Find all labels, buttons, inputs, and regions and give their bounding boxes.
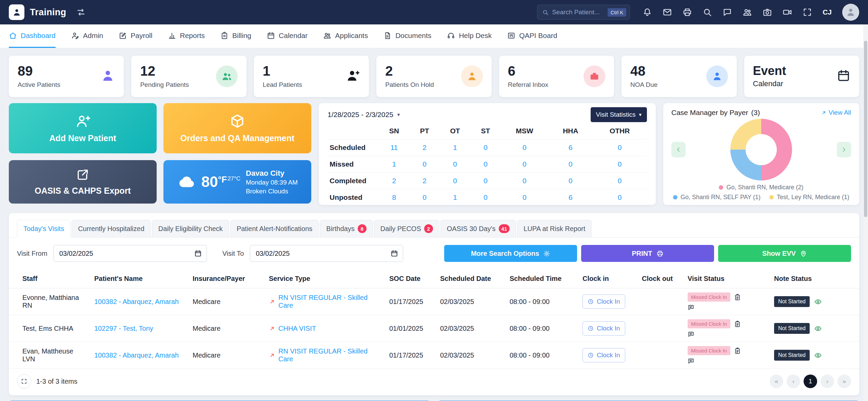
nav-payroll[interactable]: Payroll (119, 24, 152, 48)
comment-icon[interactable] (688, 358, 766, 364)
service-type-link[interactable]: RN VISIT REGULAR - Skilled Care (278, 347, 381, 363)
nav-admin[interactable]: Admin (71, 24, 103, 48)
visit-count-link[interactable]: 0 (484, 160, 488, 168)
visit-note-icon[interactable] (734, 294, 741, 301)
visit-count-link[interactable]: 2 (422, 144, 427, 151)
visit-count-link[interactable]: 0 (484, 177, 488, 185)
service-type-link[interactable]: RN VISIT REGULAR - Skilled Care (278, 294, 381, 309)
tab-birthdays[interactable]: Birthdays8 (320, 220, 373, 237)
visit-count-link[interactable]: 0 (522, 177, 527, 185)
next-page-button[interactable]: › (821, 375, 834, 388)
search-input[interactable] (552, 8, 604, 16)
visit-note-icon[interactable] (734, 347, 741, 354)
tab-patient-alert-notifications[interactable]: Patient Alert-Notifications (230, 220, 319, 237)
nav-help-desk[interactable]: Help Desk (447, 24, 492, 48)
visit-count-link[interactable]: 0 (618, 177, 622, 185)
stat-card-event-calendar[interactable]: EventCalendar (744, 56, 859, 97)
visit-count-link[interactable]: 1 (392, 160, 396, 168)
comment-icon[interactable] (688, 304, 766, 311)
visit-count-link[interactable]: 0 (569, 177, 573, 185)
date-range-select[interactable]: 1/28/2025 - 2/3/2025 ▾ (328, 111, 400, 119)
visit-count-link[interactable]: 0 (522, 160, 527, 168)
tab-currently-hospitalized[interactable]: Currently Hospitalized (72, 220, 151, 237)
tab-todays-visits[interactable]: Today's Visits (17, 220, 71, 237)
patient-search[interactable]: Ctrl K (537, 5, 630, 20)
orders-qa-management-button[interactable]: Orders and QA Management (163, 103, 311, 153)
visit-count-link[interactable]: 0 (618, 193, 622, 201)
stat-card-patients-on-hold[interactable]: 2Patients On Hold (376, 56, 491, 97)
nav-calendar[interactable]: Calendar (267, 24, 308, 48)
chat-icon[interactable] (723, 7, 732, 17)
tab-daily-pecos[interactable]: Daily PECOS2 (374, 220, 439, 237)
visit-count-link[interactable]: 0 (422, 160, 427, 168)
visit-count-link[interactable]: 0 (618, 144, 622, 151)
visit-note-icon[interactable] (734, 321, 741, 327)
view-note-eye-icon[interactable] (814, 325, 822, 332)
visit-count-link[interactable]: 6 (569, 144, 573, 151)
last-page-button[interactable]: » (837, 375, 851, 388)
visit-count-link[interactable]: 0 (522, 193, 527, 201)
nav-dashboard[interactable]: Dashboard (9, 24, 56, 48)
visit-count-link[interactable]: 0 (618, 160, 622, 168)
service-type-link[interactable]: CHHA VISIT (278, 325, 316, 332)
visit-count-link[interactable]: 0 (422, 193, 427, 201)
nav-applicants[interactable]: Applicants (323, 24, 368, 48)
stat-card-active-patients[interactable]: 89Active Patients (9, 56, 124, 97)
notifications-bell-icon[interactable] (643, 7, 652, 17)
user-avatar[interactable] (842, 4, 859, 21)
nav-billing[interactable]: Billing (220, 24, 251, 48)
prev-page-button[interactable]: ‹ (787, 375, 800, 388)
camera-icon[interactable] (763, 7, 772, 17)
nav-qapi-board[interactable]: QAPI Board (507, 24, 557, 48)
nav-documents[interactable]: Documents (383, 24, 431, 48)
clock-in-button[interactable]: Clock In (583, 348, 625, 362)
video-icon[interactable] (783, 7, 792, 17)
stat-card-pending-patients[interactable]: 12Pending Patients (131, 56, 246, 97)
global-search-icon[interactable] (703, 7, 712, 17)
visit-count-link[interactable]: 8 (392, 193, 396, 201)
view-note-eye-icon[interactable] (814, 298, 822, 306)
nav-reports[interactable]: Reports (168, 24, 205, 48)
visit-count-link[interactable]: 0 (453, 160, 457, 168)
visit-count-link[interactable]: 0 (522, 144, 527, 151)
users-icon[interactable] (743, 7, 752, 17)
stat-card-referral-inbox[interactable]: 6Referral Inbox (499, 56, 614, 97)
carousel-prev-button[interactable] (671, 142, 686, 157)
scrollbar[interactable] (863, 24, 868, 401)
comment-icon[interactable] (688, 331, 766, 338)
show-evv-button[interactable]: Show EVV (718, 245, 851, 262)
clock-in-button[interactable]: Clock In (583, 321, 625, 336)
visit-count-link[interactable]: 2 (422, 177, 427, 185)
visit-count-link[interactable]: 0 (484, 193, 488, 201)
visit-count-link[interactable]: 1 (453, 144, 457, 151)
visit-count-link[interactable]: 1 (453, 193, 457, 201)
visit-from-input[interactable]: 03/02/2025 (54, 245, 207, 262)
add-new-patient-button[interactable]: Add New Patient (9, 103, 157, 153)
view-all-link[interactable]: View All (821, 109, 851, 116)
scrollbar-thumb[interactable] (864, 41, 867, 217)
patient-link[interactable]: 100382 - Abarquez, Amarah (94, 351, 179, 359)
fullscreen-icon[interactable] (803, 7, 812, 17)
carousel-next-button[interactable] (837, 142, 851, 157)
visit-count-link[interactable]: 2 (392, 177, 396, 185)
print-button[interactable]: PRINT (581, 245, 714, 262)
more-search-options-button[interactable]: More Search Options (444, 245, 577, 262)
messages-mail-icon[interactable] (663, 7, 672, 17)
visit-count-link[interactable]: 0 (569, 160, 573, 168)
visit-count-link[interactable]: 0 (453, 177, 457, 185)
patient-link[interactable]: 100382 - Abarquez, Amarah (94, 298, 179, 305)
clock-in-button[interactable]: Clock In (583, 294, 625, 309)
oasis-cahps-export-button[interactable]: OASIS & CAHPS Export (9, 160, 157, 204)
print-icon[interactable] (683, 7, 692, 17)
visit-statistics-dropdown[interactable]: Visit Statistics ▾ (591, 107, 647, 122)
expand-table-button[interactable] (17, 374, 31, 388)
view-note-eye-icon[interactable] (814, 351, 822, 359)
tab-oasis-30-days[interactable]: OASIS 30 Day's41 (440, 220, 516, 237)
page-1-button[interactable]: 1 (804, 375, 817, 388)
visit-count-link[interactable]: 11 (390, 144, 398, 151)
first-page-button[interactable]: « (770, 375, 783, 388)
visit-to-input[interactable]: 03/02/2025 (250, 245, 403, 262)
visit-count-link[interactable]: 0 (484, 144, 488, 151)
tab-daily-eligibility-check[interactable]: Daily Eligibility Check (152, 220, 229, 237)
patient-link[interactable]: 102297 - Test, Tony (94, 325, 153, 332)
